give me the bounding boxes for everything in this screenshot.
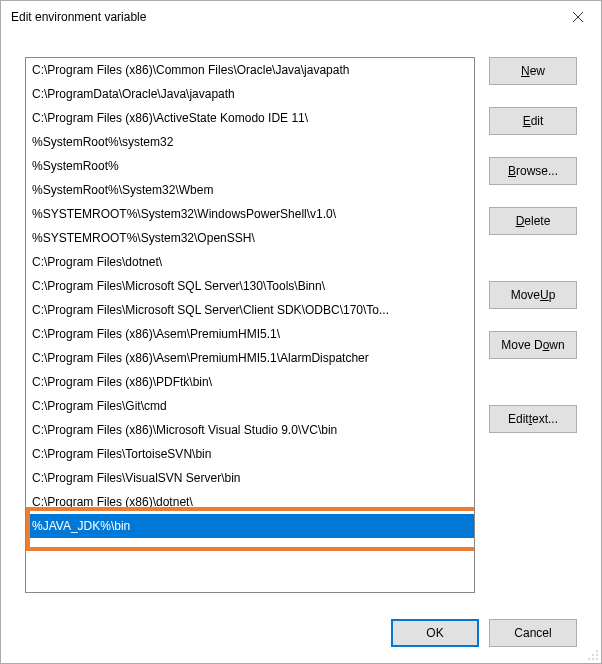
list-item[interactable]: C:\Program Files\Microsoft SQL Server\Cl… bbox=[26, 298, 474, 322]
svg-point-2 bbox=[596, 650, 598, 652]
titlebar: Edit environment variable bbox=[1, 1, 601, 33]
window-title: Edit environment variable bbox=[11, 10, 555, 24]
list-item[interactable]: C:\Program Files (x86)\Microsoft Visual … bbox=[26, 418, 474, 442]
list-item[interactable]: C:\Program Files (x86)\Common Files\Orac… bbox=[26, 58, 474, 82]
new-button[interactable]: New bbox=[489, 57, 577, 85]
edit-button[interactable]: Edit bbox=[489, 107, 577, 135]
list-item[interactable]: C:\Program Files\dotnet\ bbox=[26, 250, 474, 274]
list-item[interactable]: C:\Program Files\VisualSVN Server\bin bbox=[26, 466, 474, 490]
delete-button[interactable]: Delete bbox=[489, 207, 577, 235]
close-icon bbox=[573, 12, 583, 22]
dialog-footer: OK Cancel bbox=[1, 607, 601, 663]
list-item[interactable]: C:\Program Files (x86)\dotnet\ bbox=[26, 490, 474, 514]
list-item[interactable]: C:\Program Files (x86)\PDFtk\bin\ bbox=[26, 370, 474, 394]
list-item[interactable]: C:\Program Files (x86)\Asem\PremiumHMI5.… bbox=[26, 322, 474, 346]
list-item[interactable]: %SystemRoot% bbox=[26, 154, 474, 178]
list-item[interactable]: C:\Program Files\Microsoft SQL Server\13… bbox=[26, 274, 474, 298]
edit-env-var-dialog: Edit environment variable C:\Program Fil… bbox=[0, 0, 602, 664]
ok-button[interactable]: OK bbox=[391, 619, 479, 647]
svg-point-3 bbox=[596, 654, 598, 656]
side-button-column: New Edit Browse... Delete Move Up Move D… bbox=[489, 57, 577, 597]
list-item[interactable]: C:\ProgramData\Oracle\Java\javapath bbox=[26, 82, 474, 106]
browse-button[interactable]: Browse... bbox=[489, 157, 577, 185]
list-item[interactable]: %SYSTEMROOT%\System32\WindowsPowerShell\… bbox=[26, 202, 474, 226]
svg-point-5 bbox=[596, 658, 598, 660]
edit-text-button[interactable]: Edit text... bbox=[489, 405, 577, 433]
move-down-button[interactable]: Move Down bbox=[489, 331, 577, 359]
cancel-button[interactable]: Cancel bbox=[489, 619, 577, 647]
list-item-empty[interactable] bbox=[26, 538, 474, 562]
list-item[interactable]: %SYSTEMROOT%\System32\OpenSSH\ bbox=[26, 226, 474, 250]
list-item[interactable]: C:\Program Files\Git\cmd bbox=[26, 394, 474, 418]
svg-point-7 bbox=[588, 658, 590, 660]
svg-point-4 bbox=[592, 654, 594, 656]
dialog-body: C:\Program Files (x86)\Common Files\Orac… bbox=[1, 33, 601, 607]
resize-grip-icon[interactable] bbox=[587, 649, 599, 661]
list-item-empty[interactable] bbox=[26, 562, 474, 586]
list-item[interactable]: %SystemRoot%\system32 bbox=[26, 130, 474, 154]
list-item[interactable]: %SystemRoot%\System32\Wbem bbox=[26, 178, 474, 202]
list-item[interactable]: C:\Program Files (x86)\ActiveState Komod… bbox=[26, 106, 474, 130]
svg-point-6 bbox=[592, 658, 594, 660]
list-item[interactable]: C:\Program Files (x86)\Asem\PremiumHMI5.… bbox=[26, 346, 474, 370]
close-button[interactable] bbox=[555, 1, 601, 33]
move-up-button[interactable]: Move Up bbox=[489, 281, 577, 309]
list-item[interactable]: C:\Program Files\TortoiseSVN\bin bbox=[26, 442, 474, 466]
path-listbox[interactable]: C:\Program Files (x86)\Common Files\Orac… bbox=[25, 57, 475, 593]
list-item-selected[interactable]: %JAVA_JDK%\bin bbox=[26, 514, 474, 538]
